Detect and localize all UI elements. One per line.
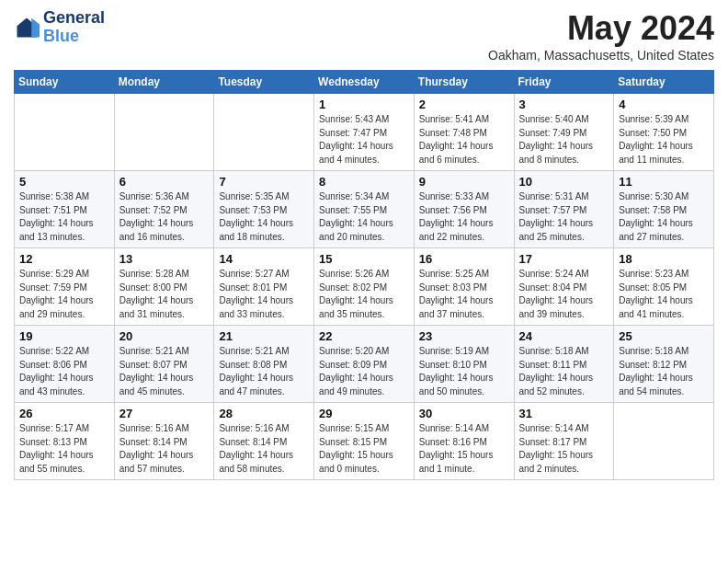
day-info: Sunrise: 5:25 AM Sunset: 8:03 PM Dayligh…: [419, 268, 509, 321]
calendar-row: 26Sunrise: 5:17 AM Sunset: 8:13 PM Dayli…: [15, 403, 714, 480]
calendar-cell: 20Sunrise: 5:21 AM Sunset: 8:07 PM Dayli…: [114, 326, 214, 403]
weekday-header-row: SundayMondayTuesdayWednesdayThursdayFrid…: [15, 71, 714, 94]
calendar-cell: [15, 94, 115, 171]
day-info: Sunrise: 5:36 AM Sunset: 7:52 PM Dayligh…: [119, 190, 210, 244]
calendar-cell: 8Sunrise: 5:34 AM Sunset: 7:55 PM Daylig…: [314, 171, 415, 248]
day-info: Sunrise: 5:28 AM Sunset: 8:00 PM Dayligh…: [119, 268, 210, 321]
calendar-cell: 30Sunrise: 5:14 AM Sunset: 8:16 PM Dayli…: [414, 403, 514, 480]
day-number: 22: [319, 329, 409, 343]
calendar-cell: 14Sunrise: 5:27 AM Sunset: 8:01 PM Dayli…: [214, 248, 314, 326]
day-info: Sunrise: 5:31 AM Sunset: 7:57 PM Dayligh…: [519, 190, 609, 244]
calendar-cell: 18Sunrise: 5:23 AM Sunset: 8:05 PM Dayli…: [614, 248, 714, 326]
calendar-cell: 11Sunrise: 5:30 AM Sunset: 7:58 PM Dayli…: [614, 171, 714, 248]
calendar-row: 5Sunrise: 5:38 AM Sunset: 7:51 PM Daylig…: [15, 171, 714, 248]
day-info: Sunrise: 5:43 AM Sunset: 7:47 PM Dayligh…: [319, 113, 409, 167]
calendar-cell: 9Sunrise: 5:33 AM Sunset: 7:56 PM Daylig…: [414, 171, 514, 248]
day-number: 13: [119, 252, 210, 266]
day-number: 31: [519, 407, 609, 420]
calendar-cell: 23Sunrise: 5:19 AM Sunset: 8:10 PM Dayli…: [414, 326, 514, 403]
day-number: 2: [419, 98, 509, 111]
day-info: Sunrise: 5:22 AM Sunset: 8:06 PM Dayligh…: [19, 345, 109, 398]
day-number: 30: [419, 407, 509, 420]
day-number: 4: [619, 98, 709, 111]
day-info: Sunrise: 5:34 AM Sunset: 7:55 PM Dayligh…: [319, 190, 409, 244]
calendar-cell: 10Sunrise: 5:31 AM Sunset: 7:57 PM Dayli…: [514, 171, 614, 248]
day-number: 20: [119, 329, 210, 343]
day-number: 14: [219, 252, 309, 266]
calendar-cell: 24Sunrise: 5:18 AM Sunset: 8:11 PM Dayli…: [514, 326, 614, 403]
calendar-cell: [614, 403, 714, 480]
day-number: 8: [319, 175, 409, 189]
day-info: Sunrise: 5:19 AM Sunset: 8:10 PM Dayligh…: [419, 345, 509, 398]
day-number: 26: [19, 407, 109, 420]
day-number: 21: [219, 329, 309, 343]
day-number: 9: [419, 175, 509, 189]
day-number: 12: [19, 252, 109, 266]
day-info: Sunrise: 5:16 AM Sunset: 8:14 PM Dayligh…: [219, 422, 309, 476]
calendar-cell: 3Sunrise: 5:40 AM Sunset: 7:49 PM Daylig…: [514, 94, 614, 171]
calendar-cell: 25Sunrise: 5:18 AM Sunset: 8:12 PM Dayli…: [614, 326, 714, 403]
day-info: Sunrise: 5:23 AM Sunset: 8:05 PM Dayligh…: [619, 268, 709, 321]
day-info: Sunrise: 5:40 AM Sunset: 7:49 PM Dayligh…: [519, 113, 609, 167]
day-info: Sunrise: 5:29 AM Sunset: 7:59 PM Dayligh…: [19, 268, 109, 321]
calendar-row: 19Sunrise: 5:22 AM Sunset: 8:06 PM Dayli…: [15, 326, 714, 403]
calendar-cell: 27Sunrise: 5:16 AM Sunset: 8:14 PM Dayli…: [114, 403, 214, 480]
calendar-cell: 12Sunrise: 5:29 AM Sunset: 7:59 PM Dayli…: [15, 248, 115, 326]
day-info: Sunrise: 5:18 AM Sunset: 8:11 PM Dayligh…: [519, 345, 609, 398]
day-info: Sunrise: 5:15 AM Sunset: 8:15 PM Dayligh…: [319, 422, 409, 476]
weekday-header: Tuesday: [214, 71, 314, 94]
day-info: Sunrise: 5:14 AM Sunset: 8:17 PM Dayligh…: [519, 422, 609, 476]
day-number: 23: [419, 329, 509, 343]
day-info: Sunrise: 5:41 AM Sunset: 7:48 PM Dayligh…: [419, 113, 509, 167]
calendar-cell: 6Sunrise: 5:36 AM Sunset: 7:52 PM Daylig…: [114, 171, 214, 248]
calendar-cell: 1Sunrise: 5:43 AM Sunset: 7:47 PM Daylig…: [314, 94, 415, 171]
weekday-header: Sunday: [15, 71, 115, 94]
logo-icon: [14, 15, 40, 40]
day-number: 1: [319, 98, 409, 111]
calendar-cell: 29Sunrise: 5:15 AM Sunset: 8:15 PM Dayli…: [314, 403, 415, 480]
weekday-header: Wednesday: [314, 71, 415, 94]
title-block: May 2024 Oakham, Massachusetts, United S…: [488, 9, 714, 63]
day-info: Sunrise: 5:27 AM Sunset: 8:01 PM Dayligh…: [219, 268, 309, 321]
day-info: Sunrise: 5:16 AM Sunset: 8:14 PM Dayligh…: [119, 422, 210, 476]
header: General Blue May 2024 Oakham, Massachuse…: [14, 9, 714, 63]
day-number: 29: [319, 407, 409, 420]
location: Oakham, Massachusetts, United States: [488, 48, 714, 63]
day-number: 11: [619, 175, 709, 189]
day-info: Sunrise: 5:26 AM Sunset: 8:02 PM Dayligh…: [319, 268, 409, 321]
day-number: 27: [119, 407, 210, 420]
day-number: 7: [219, 175, 309, 189]
calendar-cell: 16Sunrise: 5:25 AM Sunset: 8:03 PM Dayli…: [414, 248, 514, 326]
day-number: 24: [519, 329, 609, 343]
day-info: Sunrise: 5:39 AM Sunset: 7:50 PM Dayligh…: [619, 113, 709, 167]
calendar-table: SundayMondayTuesdayWednesdayThursdayFrid…: [14, 70, 714, 480]
weekday-header: Monday: [114, 71, 214, 94]
weekday-header: Saturday: [614, 71, 714, 94]
calendar-cell: 2Sunrise: 5:41 AM Sunset: 7:48 PM Daylig…: [414, 94, 514, 171]
calendar-cell: 13Sunrise: 5:28 AM Sunset: 8:00 PM Dayli…: [114, 248, 214, 326]
day-info: Sunrise: 5:21 AM Sunset: 8:07 PM Dayligh…: [119, 345, 210, 398]
day-info: Sunrise: 5:33 AM Sunset: 7:56 PM Dayligh…: [419, 190, 509, 244]
day-number: 15: [319, 252, 409, 266]
day-number: 10: [519, 175, 609, 189]
weekday-header: Thursday: [414, 71, 514, 94]
calendar-cell: 4Sunrise: 5:39 AM Sunset: 7:50 PM Daylig…: [614, 94, 714, 171]
logo-text: General Blue: [43, 9, 105, 46]
calendar-cell: 28Sunrise: 5:16 AM Sunset: 8:14 PM Dayli…: [214, 403, 314, 480]
calendar-cell: 15Sunrise: 5:26 AM Sunset: 8:02 PM Dayli…: [314, 248, 415, 326]
day-number: 3: [519, 98, 609, 111]
day-info: Sunrise: 5:35 AM Sunset: 7:53 PM Dayligh…: [219, 190, 309, 244]
day-info: Sunrise: 5:24 AM Sunset: 8:04 PM Dayligh…: [519, 268, 609, 321]
day-number: 19: [19, 329, 109, 343]
calendar-cell: 17Sunrise: 5:24 AM Sunset: 8:04 PM Dayli…: [514, 248, 614, 326]
day-info: Sunrise: 5:20 AM Sunset: 8:09 PM Dayligh…: [319, 345, 409, 398]
calendar-cell: 22Sunrise: 5:20 AM Sunset: 8:09 PM Dayli…: [314, 326, 415, 403]
calendar-cell: 21Sunrise: 5:21 AM Sunset: 8:08 PM Dayli…: [214, 326, 314, 403]
day-info: Sunrise: 5:38 AM Sunset: 7:51 PM Dayligh…: [19, 190, 109, 244]
logo-line2: Blue: [43, 27, 79, 45]
day-number: 17: [519, 252, 609, 266]
calendar-cell: [114, 94, 214, 171]
day-info: Sunrise: 5:21 AM Sunset: 8:08 PM Dayligh…: [219, 345, 309, 398]
calendar-cell: 7Sunrise: 5:35 AM Sunset: 7:53 PM Daylig…: [214, 171, 314, 248]
day-number: 25: [619, 329, 709, 343]
